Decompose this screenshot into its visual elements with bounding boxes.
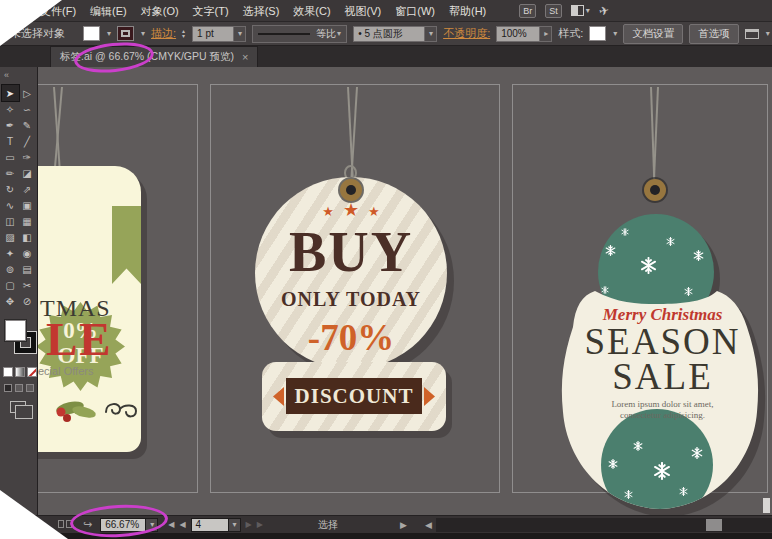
star-icon: ★	[368, 205, 380, 218]
color-mode-buttons	[3, 367, 37, 377]
panel-collapse-icon[interactable]: «	[0, 67, 37, 83]
style-swatch[interactable]	[589, 26, 606, 41]
pencil-tool[interactable]: ✏	[2, 165, 19, 181]
menu-item-6[interactable]: 视图(V)	[338, 0, 389, 22]
lasso-tool[interactable]: ∽	[19, 101, 36, 117]
symbol-sprayer-tool[interactable]: ⊚	[2, 261, 19, 277]
next-artboard-button[interactable]: ▶	[246, 520, 252, 529]
draw-behind-icon[interactable]	[15, 384, 23, 392]
snowflake-icon	[691, 445, 703, 463]
slice-tool[interactable]: ✂	[19, 277, 36, 293]
right-tag-title-line1: SEASON	[555, 324, 770, 359]
stroke-panel-link[interactable]: 描边:	[151, 26, 176, 41]
tool-grid: ➤▷✧∽✒✎T╱▭✑✏◪↻⇗∿▣◫▦▨◧✦◉⊚▤▢✂✥⊘	[0, 85, 37, 309]
draw-inside-icon[interactable]	[26, 384, 34, 392]
scrollbar-thumb[interactable]	[706, 519, 722, 531]
stock-button[interactable]: St	[545, 4, 562, 18]
first-artboard-button[interactable]: ◀	[168, 520, 174, 529]
fill-color-swatch[interactable]	[83, 26, 100, 41]
magic-wand-tool[interactable]: ✧	[2, 101, 19, 117]
draw-normal-icon[interactable]	[4, 384, 12, 392]
zoom-tool[interactable]: ⊘	[19, 293, 36, 309]
previous-artboard-button[interactable]: ◀	[179, 520, 185, 529]
line-segment-tool[interactable]: ╱	[19, 133, 36, 149]
style-dropdown-icon[interactable]: ▾	[613, 29, 617, 38]
artboard-number-field[interactable]: 4	[191, 518, 229, 532]
screen-mode-icon[interactable]	[10, 401, 26, 413]
blend-tool[interactable]: ◉	[19, 245, 36, 261]
workspace-switcher-icon[interactable]: ▾	[571, 5, 590, 16]
bridge-button[interactable]: Br	[519, 4, 536, 18]
brush-dropdown[interactable]: ▾	[425, 26, 437, 42]
direct-selection-tool[interactable]: ▷	[19, 85, 36, 101]
free-transform-tool[interactable]: ▣	[19, 197, 36, 213]
chevron-left-icon	[273, 387, 284, 406]
pen-tool[interactable]: ✒	[2, 117, 19, 133]
menu-item-7[interactable]: 窗口(W)	[388, 0, 442, 22]
scale-tool[interactable]: ⇗	[19, 181, 36, 197]
width-tool[interactable]: ∿	[2, 197, 19, 213]
left-tag-artwork[interactable]: 0%OFF TMAS LE ecial Offers	[22, 166, 141, 452]
brush-select[interactable]: • 5 点圆形	[353, 26, 425, 42]
opacity-field[interactable]: 100%	[496, 26, 540, 42]
panel-menu-caret[interactable]: ▾	[766, 29, 770, 38]
fill-stroke-indicator[interactable]	[5, 320, 35, 358]
stroke-weight-field[interactable]: 1 pt	[192, 26, 234, 42]
stroke-profile-select[interactable]: 等比 ▾	[252, 25, 347, 43]
color-button[interactable]	[3, 367, 13, 377]
profile-label: 等比	[316, 27, 336, 41]
artboard-tool[interactable]: ▢	[2, 277, 19, 293]
status-expand-icon[interactable]: ▶	[400, 520, 407, 530]
middle-tag-plaque: DISCOUNT	[262, 362, 446, 431]
middle-tag-headline: BUY	[255, 223, 447, 281]
shape-builder-tool[interactable]: ◫	[2, 213, 19, 229]
menu-bar: 文件(F)编辑(E)对象(O)文字(T)选择(S)效果(C)视图(V)窗口(W)…	[0, 0, 772, 22]
status-indicator-label[interactable]: 选择	[318, 518, 338, 532]
snowflake-icon	[633, 437, 643, 455]
opacity-link[interactable]: 不透明度:	[443, 26, 490, 41]
last-artboard-button[interactable]: ▶	[257, 520, 263, 529]
fill-dropdown-icon[interactable]: ▾	[107, 29, 111, 38]
gpu-performance-icon[interactable]: ✈	[597, 3, 610, 19]
rotate-tool[interactable]: ↻	[2, 181, 19, 197]
menu-item-2[interactable]: 对象(O)	[134, 0, 186, 22]
stroke-dropdown-icon[interactable]: ▾	[141, 29, 145, 38]
scroll-left-icon[interactable]: ◀	[425, 520, 432, 530]
rectangle-tool[interactable]: ▭	[2, 149, 19, 165]
menu-item-1[interactable]: 编辑(E)	[83, 0, 134, 22]
eraser-tool[interactable]: ◪	[19, 165, 36, 181]
tab-close-icon[interactable]: ×	[242, 51, 248, 63]
menu-item-5[interactable]: 效果(C)	[286, 0, 337, 22]
stroke-weight-stepper[interactable]: ▴▾	[182, 29, 185, 39]
menu-item-4[interactable]: 选择(S)	[236, 0, 287, 22]
discount-bar: DISCOUNT	[286, 378, 422, 414]
mesh-tool[interactable]: ▨	[2, 229, 19, 245]
gradient-tool[interactable]: ◧	[19, 229, 36, 245]
type-tool[interactable]: T	[2, 133, 19, 149]
hand-tool[interactable]: ✥	[2, 293, 19, 309]
star-icon: ★	[322, 205, 334, 218]
selection-tool[interactable]: ➤	[2, 85, 19, 101]
column-graph-tool[interactable]: ▤	[19, 261, 36, 277]
horizontal-scrollbar[interactable]	[436, 518, 772, 532]
stroke-weight-dropdown[interactable]: ▾	[234, 26, 246, 42]
stroke-color-swatch[interactable]	[117, 26, 134, 41]
none-button[interactable]	[27, 367, 37, 377]
gradient-button[interactable]	[15, 367, 25, 377]
paintbrush-tool[interactable]: ✑	[19, 149, 36, 165]
panel-menu-icon[interactable]	[745, 29, 759, 39]
snowflake-icon	[653, 462, 671, 484]
chevron-right-icon	[424, 387, 435, 406]
menu-item-8[interactable]: 帮助(H)	[442, 0, 493, 22]
artboard-dropdown[interactable]: ▾	[229, 518, 241, 532]
menu-item-3[interactable]: 文字(T)	[186, 0, 236, 22]
right-tag-body-text: Lorem ipsum dolor sit amet, consectetur …	[555, 399, 770, 421]
perspective-grid-tool[interactable]: ▦	[19, 213, 36, 229]
canvas[interactable]: 0%OFF TMAS LE ecial Offers ★★★ BUY ONLY …	[0, 67, 772, 515]
opacity-dropdown[interactable]: ▸	[540, 26, 552, 42]
curvature-tool[interactable]: ✎	[19, 117, 36, 133]
document-setup-button[interactable]: 文档设置	[623, 24, 683, 44]
eyedropper-tool[interactable]: ✦	[2, 245, 19, 261]
preferences-button[interactable]: 首选项	[689, 24, 739, 44]
fill-indicator[interactable]	[5, 320, 26, 341]
